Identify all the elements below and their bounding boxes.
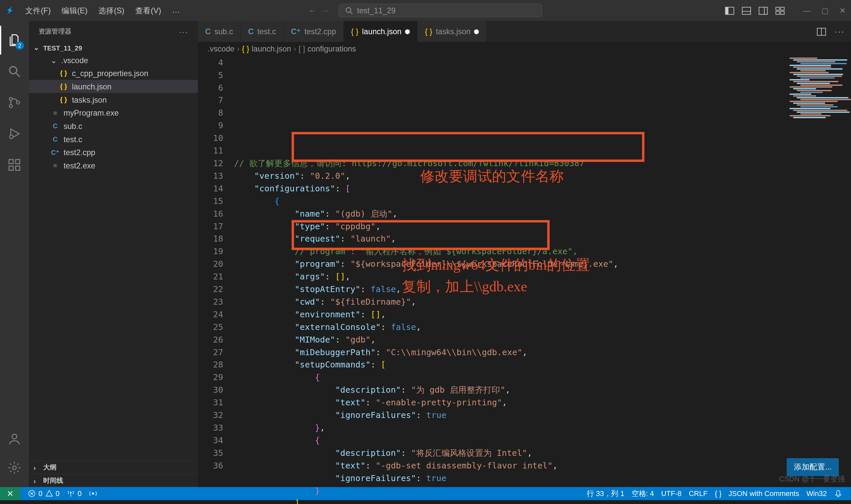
json-file-icon: { } [59, 69, 69, 78]
sidebar: 资源管理器 ··· ⌄ TEST_11_29 ⌄.vscode{ }c_cpp_… [29, 21, 198, 487]
layout-sidebar-right-icon[interactable] [759, 6, 768, 15]
activity-extensions[interactable] [0, 150, 29, 179]
menu-view[interactable]: 查看(V) [130, 3, 166, 18]
tree-item-tasks.json[interactable]: { }tasks.json [29, 93, 198, 106]
tab-label: launch.json [362, 27, 402, 36]
tree-item-test.c[interactable]: Ctest.c [29, 132, 198, 146]
sidebar-folder-header[interactable]: ⌄ TEST_11_29 [29, 42, 198, 53]
folder-name: TEST_11_29 [43, 44, 82, 52]
tab-tasks.json[interactable]: { }tasks.json [418, 21, 487, 42]
menu-more[interactable]: … [167, 3, 184, 18]
svg-point-15 [9, 105, 12, 108]
tree-item-label: c_cpp_properties.json [72, 69, 148, 78]
layout-panel-icon[interactable] [742, 6, 751, 15]
code-area[interactable]: 修改要调试的文件名称 找到mingw64文件的bin的位置 复制，加上\\gdb… [234, 55, 782, 487]
svg-rect-9 [781, 7, 784, 10]
status-ports[interactable]: 0 [63, 489, 85, 498]
svg-rect-18 [9, 160, 13, 164]
explorer-badge: 2 [16, 41, 24, 50]
remote-indicator[interactable] [0, 487, 20, 500]
sidebar-more-icon[interactable]: ··· [179, 28, 188, 35]
svg-point-29 [70, 492, 72, 493]
svg-point-22 [12, 434, 17, 439]
tree-item-.vscode[interactable]: ⌄.vscode [29, 53, 198, 67]
debug-icon [7, 127, 22, 141]
bc-item[interactable]: .vscode [208, 44, 235, 53]
activity-search[interactable] [0, 57, 29, 86]
tree-item-test2.cpp[interactable]: C⁺test2.cpp [29, 146, 198, 159]
svg-rect-3 [725, 7, 728, 14]
window-maximize-icon[interactable]: ▢ [821, 6, 829, 15]
tab-more-icon[interactable]: ··· [835, 26, 845, 36]
nav-forward-icon[interactable]: → [321, 6, 329, 15]
chevron-right-icon: › [34, 477, 41, 484]
editor-content[interactable]: 4567891011121314151617181920212223242526… [198, 55, 851, 487]
status-notifications[interactable] [830, 488, 846, 499]
tree-item-label: test.c [64, 134, 82, 144]
tree-item-c_cpp_properties.json[interactable]: { }c_cpp_properties.json [29, 67, 198, 80]
outline-section[interactable]: ›大纲 [29, 461, 198, 474]
svg-rect-11 [781, 11, 784, 14]
svg-point-17 [10, 135, 13, 139]
svg-line-13 [16, 73, 20, 77]
c-file-icon: C [51, 134, 60, 144]
breadcrumbs[interactable]: .vscode › { } launch.json › [ ] configur… [198, 42, 851, 55]
status-live[interactable] [85, 489, 101, 498]
activity-account[interactable] [0, 425, 29, 453]
command-center[interactable]: test_11_29 [338, 4, 543, 18]
nav-back-icon[interactable]: ← [308, 6, 316, 15]
chevron-down-icon: ⌄ [34, 44, 41, 52]
tree-item-label: .vscode [61, 55, 88, 65]
svg-rect-21 [16, 160, 20, 164]
activity-explorer[interactable]: 2 [0, 26, 29, 55]
error-icon [28, 489, 36, 498]
svg-rect-8 [776, 7, 780, 10]
warning-icon [45, 489, 53, 498]
extensions-icon [7, 158, 22, 172]
dirty-indicator-icon [474, 29, 479, 34]
tree-item-label: tasks.json [72, 95, 107, 104]
gear-icon [7, 461, 22, 475]
json-file-icon: { } [59, 95, 69, 104]
status-platform[interactable]: Win32 [803, 488, 830, 499]
layout-sidebar-left-icon[interactable] [725, 6, 734, 15]
menu-file[interactable]: 文件(F) [20, 3, 55, 18]
timeline-section[interactable]: ›时间线 [29, 474, 198, 487]
tree-item-sub.c[interactable]: Csub.c [29, 119, 198, 132]
chevron-right-icon: › [34, 464, 41, 471]
remote-icon [6, 489, 14, 498]
svg-rect-4 [742, 7, 750, 14]
activity-settings[interactable] [0, 453, 29, 482]
tab-test2.cpp[interactable]: C⁺test2.cpp [284, 21, 344, 42]
tab-test.c[interactable]: Ctest.c [241, 21, 284, 42]
add-config-button[interactable]: 添加配置... [787, 458, 839, 476]
tab-label: tasks.json [436, 27, 471, 36]
chevron-right-icon: › [237, 44, 240, 53]
menu-edit[interactable]: 编辑(E) [57, 3, 92, 18]
svg-point-12 [10, 67, 17, 74]
tab-launch.json[interactable]: { }launch.json [344, 21, 418, 42]
editor-tabs: Csub.cCtest.cC⁺test2.cpp{ }launch.json{ … [198, 21, 851, 42]
tree-item-launch.json[interactable]: { }launch.json [29, 80, 198, 93]
minimap[interactable] [782, 55, 851, 487]
antenna-icon [67, 489, 75, 498]
split-editor-icon[interactable] [817, 26, 827, 36]
file-tree: ⌄.vscode{ }c_cpp_properties.json{ }launc… [29, 53, 198, 461]
activity-debug[interactable] [0, 119, 29, 148]
tab-sub.c[interactable]: Csub.c [198, 21, 241, 42]
menu-select[interactable]: 选择(S) [93, 3, 129, 18]
bc-item[interactable]: configurations [307, 44, 356, 53]
tree-item-myProgram.exe[interactable]: ≡myProgram.exe [29, 106, 198, 119]
layout-customize-icon[interactable] [775, 6, 785, 15]
editor-area: Csub.cCtest.cC⁺test2.cpp{ }launch.json{ … [198, 21, 851, 487]
bc-item[interactable]: launch.json [252, 44, 291, 53]
chevron-right-icon: › [294, 44, 296, 53]
tree-item-test2.exe[interactable]: ≡test2.exe [29, 159, 198, 172]
account-icon [7, 432, 22, 446]
svg-rect-6 [759, 7, 767, 14]
watermark: CSDN @十一要变强 [779, 474, 845, 485]
window-minimize-icon[interactable]: — [803, 6, 811, 15]
window-close-icon[interactable]: ✕ [839, 6, 846, 15]
status-errors[interactable]: 0 0 [24, 489, 63, 498]
activity-source-control[interactable] [0, 88, 29, 117]
